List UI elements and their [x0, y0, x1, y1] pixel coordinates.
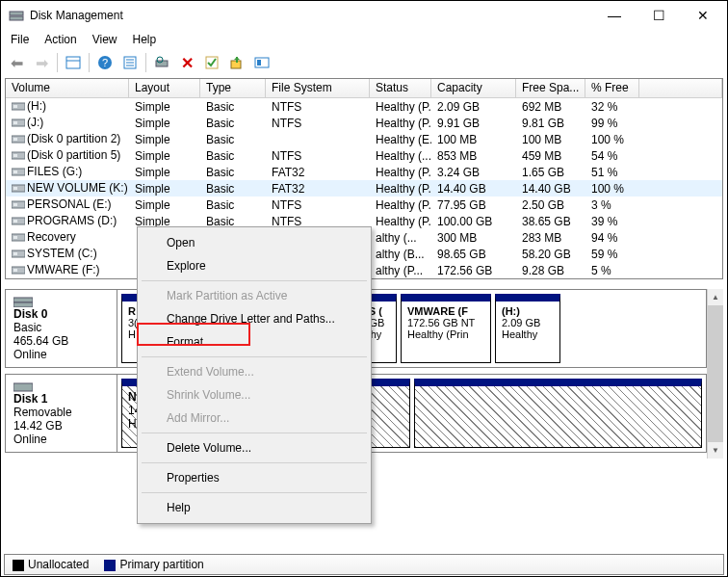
svg-rect-17 [13, 105, 17, 108]
ctx-open[interactable]: Open [140, 231, 369, 254]
context-menu: Open Explore Mark Partition as Active Ch… [137, 226, 372, 524]
volume-row[interactable]: (J:)SimpleBasicNTFSHealthy (P...9.91 GB9… [6, 115, 722, 131]
volume-row[interactable]: FILES (G:)SimpleBasicFAT32Healthy (P...3… [6, 164, 722, 180]
disk-0-name: Disk 0 [13, 307, 109, 321]
svg-rect-31 [13, 220, 17, 223]
forward-button[interactable]: ➡ [30, 51, 53, 74]
menu-view[interactable]: View [85, 31, 125, 48]
svg-rect-6 [124, 57, 136, 68]
volume-row[interactable]: NEW VOLUME (K:)SimpleBasicFAT32Healthy (… [6, 180, 722, 197]
col-capacity[interactable]: Capacity [431, 79, 516, 97]
rescan-icon[interactable] [225, 51, 248, 74]
svg-rect-19 [13, 121, 17, 124]
vertical-scrollbar[interactable]: ▲ ▼ [707, 289, 723, 459]
ctx-help[interactable]: Help [140, 496, 369, 519]
disk-1-size: 14.42 GB [13, 419, 109, 433]
partition-name: VMWARE (F [407, 305, 484, 317]
svg-rect-33 [13, 236, 17, 239]
svg-rect-37 [13, 269, 17, 272]
svg-rect-27 [13, 187, 17, 190]
drive-icon [12, 264, 25, 277]
svg-rect-15 [257, 60, 261, 66]
partition-status: H [128, 417, 137, 431]
properties-button[interactable] [118, 51, 142, 74]
svg-rect-1 [10, 16, 23, 20]
svg-point-4 [98, 56, 112, 69]
partition-size: 172.56 GB NT [407, 317, 484, 328]
disk-1-type: Removable [13, 406, 109, 419]
svg-rect-38 [13, 298, 33, 302]
check-icon[interactable] [200, 51, 223, 74]
volume-row[interactable]: (Disk 0 partition 5)SimpleBasicNTFSHealt… [6, 147, 722, 164]
minimize-button[interactable]: — [592, 1, 637, 30]
ctx-delete[interactable]: Delete Volume... [140, 436, 369, 459]
disk-0-size: 465.64 GB [13, 334, 109, 348]
col-status[interactable]: Status [370, 79, 431, 97]
svg-rect-14 [255, 58, 269, 67]
scroll-up-button[interactable]: ▲ [708, 289, 723, 305]
maximize-button[interactable]: ☐ [637, 1, 681, 30]
menu-help[interactable]: Help [125, 31, 165, 48]
toolbar: ⬅ ➡ ? ✕ [1, 49, 727, 76]
svg-rect-0 [10, 12, 23, 15]
svg-rect-40 [13, 383, 33, 391]
drive-icon [12, 198, 25, 212]
help-button[interactable]: ? [93, 51, 117, 74]
partition-name: (H:) [502, 305, 554, 317]
drive-icon [12, 231, 25, 245]
col-volume[interactable]: Volume [6, 79, 129, 97]
disk-1-status: Online [13, 433, 109, 446]
svg-point-11 [157, 57, 163, 63]
drive-icon [12, 133, 25, 146]
ctx-explore[interactable]: Explore [140, 254, 369, 277]
menu-file[interactable]: File [3, 31, 37, 48]
disk-0-info: Disk 0 Basic 465.64 GB Online [6, 290, 117, 367]
scroll-thumb[interactable] [708, 305, 723, 442]
partition-name: N [128, 390, 137, 404]
ctx-mirror: Add Mirror... [140, 407, 369, 430]
ctx-extend: Extend Volume... [140, 360, 369, 383]
drive-icon [12, 248, 25, 261]
settings-icon[interactable] [250, 51, 273, 74]
volume-row[interactable]: (Disk 0 partition 2)SimpleBasicHealthy (… [6, 131, 722, 147]
scroll-down-button[interactable]: ▼ [708, 442, 723, 459]
disk-0-type: Basic [13, 321, 109, 334]
drive-icon [12, 182, 25, 196]
col-pctfree[interactable]: % Free [585, 79, 639, 97]
back-button[interactable]: ⬅ [5, 51, 28, 74]
svg-rect-12 [206, 57, 218, 68]
disk-0-partition[interactable]: (H:)2.09 GBHealthy [495, 294, 560, 363]
ctx-properties[interactable]: Properties [140, 466, 369, 489]
drive-icon [12, 166, 25, 179]
disk-1-partition-rest[interactable] [414, 379, 703, 448]
col-filesystem[interactable]: File System [266, 79, 370, 97]
partition-status: Healthy (Prin [407, 328, 484, 340]
disk-0-status: Online [13, 348, 109, 361]
col-layout[interactable]: Layout [129, 79, 200, 97]
delete-icon[interactable]: ✕ [175, 51, 198, 74]
partition-status: Healthy [502, 328, 554, 340]
col-type[interactable]: Type [200, 79, 266, 97]
col-freespace[interactable]: Free Spa... [516, 79, 585, 97]
menu-bar: File Action View Help [1, 30, 727, 49]
partition-size: 2.09 GB [502, 317, 554, 328]
close-button[interactable]: ✕ [681, 1, 725, 30]
show-hide-console-button[interactable] [62, 51, 85, 74]
drive-icon [12, 149, 25, 163]
svg-rect-21 [13, 138, 17, 141]
volume-row[interactable]: PERSONAL (E:)SimpleBasicNTFSHealthy (P..… [6, 197, 722, 213]
disk-0-partition[interactable]: VMWARE (F172.56 GB NTHealthy (Prin [401, 294, 491, 363]
volume-row[interactable]: (H:)SimpleBasicNTFSHealthy (P...2.09 GB6… [6, 98, 722, 115]
drive-icon [12, 100, 25, 114]
ctx-change-letter[interactable]: Change Drive Letter and Paths... [140, 307, 369, 330]
app-icon [9, 8, 24, 23]
svg-rect-13 [231, 61, 241, 68]
disk-1-name: Disk 1 [13, 392, 109, 406]
menu-action[interactable]: Action [37, 31, 84, 48]
svg-text:?: ? [102, 57, 108, 68]
legend-primary: Primary partition [104, 558, 203, 571]
column-headers[interactable]: Volume Layout Type File System Status Ca… [6, 79, 722, 98]
ctx-format[interactable]: Format... [140, 330, 369, 354]
refresh-button[interactable] [150, 51, 173, 74]
disk-icon [13, 380, 33, 392]
